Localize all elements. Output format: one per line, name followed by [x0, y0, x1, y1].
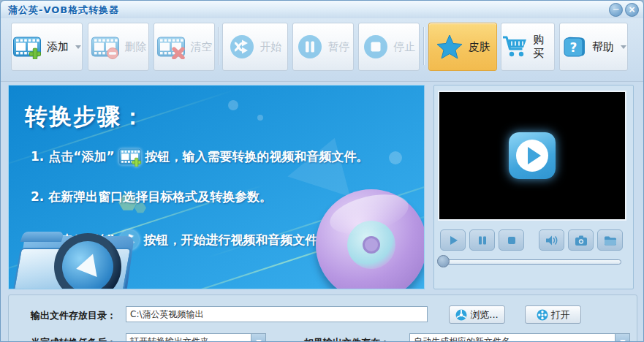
- film-remove-icon: [91, 34, 120, 59]
- play-left-icon: [74, 254, 96, 281]
- pause-button: 暂停: [292, 23, 354, 71]
- cd-disc-graphic: [316, 189, 425, 289]
- player-pause-button[interactable]: [469, 229, 495, 251]
- decorative-dot: [389, 151, 402, 164]
- cd-hole: [363, 236, 380, 254]
- big-play-button[interactable]: [509, 132, 556, 179]
- star-icon: [436, 34, 463, 60]
- open-button[interactable]: 打开: [525, 305, 581, 324]
- step-2: 2. 在新弹出窗口选择目标格式及转换参数。: [31, 189, 272, 205]
- chevron-down-icon: [615, 334, 629, 342]
- after-task-dropdown[interactable]: 打开转换输出文件夹: [126, 333, 266, 342]
- preview-panel: [433, 85, 634, 289]
- stop-icon: [506, 235, 518, 246]
- browse-button-label: 浏览...: [470, 308, 498, 322]
- browse-aperture-icon: [455, 309, 467, 321]
- film-add-icon: [118, 147, 142, 167]
- exists-value: 自动生成相应的新文件名: [410, 335, 615, 342]
- chevron-down-icon: [621, 45, 626, 49]
- add-button[interactable]: 添加: [11, 23, 83, 71]
- cart-icon: [501, 34, 528, 59]
- step-1-text-pre: 1. 点击“添加”: [31, 148, 115, 165]
- skin-button[interactable]: 皮肤: [428, 23, 497, 71]
- stop-button: 停止: [358, 23, 420, 71]
- title-bar[interactable]: 蒲公英-VOB格式转换器 ─ ×: [1, 1, 643, 18]
- output-settings-box: 输出文件存放目录： 浏览... 打开 当完成转换任务后： 打开转换输出文件夹 如…: [8, 294, 637, 342]
- video-display: [438, 91, 626, 221]
- player-play-button[interactable]: [440, 229, 466, 251]
- play-icon: [528, 147, 541, 164]
- folder-graphic: [12, 232, 140, 289]
- window-title: 蒲公英-VOB格式转换器: [8, 4, 119, 17]
- steps-heading: 转换步骤：: [25, 102, 145, 132]
- start-shuffle-icon: [229, 34, 255, 60]
- exists-label: 如果输出文件存在：: [304, 336, 390, 342]
- film-clear-icon: [156, 34, 186, 59]
- minimize-button[interactable]: ─: [609, 3, 623, 17]
- decorative-dot: [257, 115, 263, 121]
- after-task-label: 当完成转换任务后：: [31, 336, 116, 342]
- delete-button: 删除: [88, 23, 149, 71]
- help-button-label: 帮助: [592, 40, 614, 54]
- player-snapshot-button[interactable]: [568, 229, 594, 251]
- open-reel-icon: [537, 309, 548, 321]
- volume-icon: [545, 235, 558, 246]
- minimize-icon: ─: [613, 4, 618, 15]
- app-window: 蒲公英-VOB格式转换器 ─ × 添加: [0, 0, 644, 342]
- snapshot-camera-icon: [575, 235, 588, 246]
- pause-circle-icon: [297, 34, 323, 60]
- delete-button-label: 删除: [125, 40, 147, 54]
- help-button[interactable]: ? 帮助: [559, 23, 628, 71]
- folder-icon: [604, 235, 617, 246]
- instructions-panel: 转换步骤： 1. 点击“添加” 按钮，输入需要转换的视频和音频文件。 2. 在新…: [8, 85, 425, 289]
- toolbar: 添加 删除 清空 开始: [1, 18, 644, 82]
- stop-circle-icon: [363, 34, 389, 60]
- seek-slider-thumb[interactable]: [437, 255, 450, 267]
- svg-text:?: ?: [570, 40, 577, 55]
- play-icon: [447, 235, 459, 246]
- output-dir-label: 输出文件存放目录：: [31, 309, 116, 322]
- buy-button[interactable]: 购买: [501, 23, 555, 71]
- player-stop-button[interactable]: [499, 229, 524, 251]
- chevron-down-icon: [75, 45, 81, 49]
- output-dir-input[interactable]: [126, 306, 428, 322]
- help-icon: ?: [561, 34, 587, 60]
- stop-button-label: 停止: [394, 40, 416, 54]
- close-button[interactable]: ×: [625, 3, 639, 17]
- open-button-label: 打开: [551, 308, 570, 322]
- start-button-label: 开始: [260, 40, 282, 54]
- step-1: 1. 点击“添加” 按钮，输入需要转换的视频和音频文件。: [31, 147, 369, 167]
- skin-button-label: 皮肤: [469, 40, 490, 54]
- pause-icon: [477, 235, 488, 246]
- clear-button-label: 清空: [191, 40, 213, 54]
- add-button-label: 添加: [47, 40, 69, 54]
- buy-button-label: 购买: [533, 33, 554, 61]
- start-button: 开始: [222, 23, 288, 71]
- browse-button[interactable]: 浏览...: [449, 305, 505, 324]
- folder-tab: [20, 232, 65, 242]
- player-folder-button[interactable]: [597, 229, 623, 251]
- toolbar-separator: [423, 27, 424, 65]
- step-2-text-pre: 2. 在新弹出窗口选择目标格式及转换参数。: [31, 189, 272, 205]
- close-icon: ×: [628, 4, 635, 15]
- toolbar-separator: [218, 27, 219, 65]
- step-1-text-post: 按钮，输入需要转换的视频和音频文件。: [145, 148, 369, 165]
- chevron-down-icon: [251, 334, 265, 342]
- player-volume-button[interactable]: [539, 229, 564, 251]
- pause-button-label: 暂停: [328, 40, 350, 54]
- clear-button: 清空: [154, 23, 215, 71]
- film-add-icon: [12, 34, 42, 59]
- seek-slider-track[interactable]: [442, 259, 621, 265]
- exists-dropdown[interactable]: 自动生成相应的新文件名: [409, 333, 630, 342]
- decorative-dot: [228, 100, 238, 110]
- after-task-value: 打开转换输出文件夹: [126, 335, 251, 342]
